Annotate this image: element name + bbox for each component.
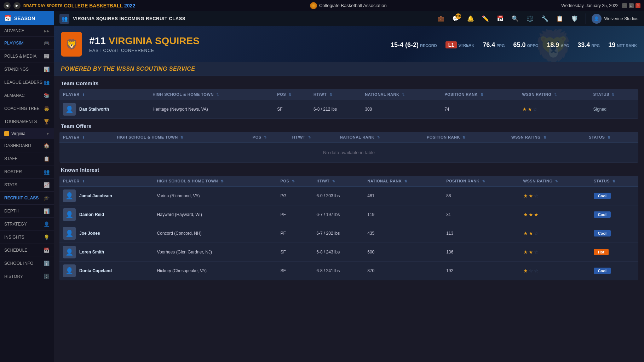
table-row[interactable]: 👤 Loren Smith Voorhees (Glen Gardner, NJ… — [59, 243, 638, 262]
player-status[interactable]: Cool — [590, 205, 638, 224]
sidebar-item-almanac[interactable]: ALMANAC 📚 — [0, 89, 54, 102]
status-badge[interactable]: Hot — [594, 249, 609, 255]
sidebar-item-strategy[interactable]: STRATEGY 👤 — [0, 218, 54, 231]
status-badge[interactable]: Cool — [594, 193, 611, 199]
player-ht-wt: 6-7 / 197 lbs — [313, 205, 364, 224]
sidebar-item-standings[interactable]: STANDINGS 📊 — [0, 63, 54, 76]
col-pos-rank[interactable]: POSITION RANK ⇅ — [441, 89, 518, 100]
insights-icon: 💡 — [43, 234, 50, 240]
sidebar-item-roster[interactable]: ROSTER 👥 — [0, 165, 54, 179]
table-row[interactable]: 👤 Dan Stallworth Heritage (Newport News,… — [59, 100, 638, 119]
sidebar-item-recruit-class[interactable]: RECRUIT CLASS 🎓 — [0, 192, 54, 205]
offers-col-ht-wt[interactable]: HT/WT ⇅ — [289, 132, 337, 143]
page-title: VIRGINIA SQUIRES INCOMING RECRUIT CLASS — [73, 16, 185, 21]
col-school-town[interactable]: HIGH SCHOOL & HOME TOWN ⇅ — [149, 89, 274, 100]
forward-btn[interactable]: ▶ — [13, 2, 21, 9]
star-icon: ★ — [529, 230, 533, 236]
player-status[interactable]: Cool — [590, 262, 638, 280]
player-avatar: 👤 — [63, 189, 76, 202]
player-name: Loren Smith — [79, 250, 104, 255]
player-status[interactable]: Cool — [590, 224, 638, 243]
sidebar-item-tournaments[interactable]: TOURNAMENTS 🏆 — [0, 115, 54, 128]
scale-icon[interactable]: ⚖️ — [525, 13, 535, 24]
ki-col-status[interactable]: STATUS ⇅ — [590, 176, 638, 187]
sidebar-item-polls[interactable]: POLLS & MEDIA 📰 — [0, 50, 54, 63]
status-badge[interactable]: Cool — [594, 268, 611, 274]
briefcase-icon[interactable]: 💼 — [436, 13, 446, 24]
offers-col-pos[interactable]: POS ⇅ — [249, 132, 289, 143]
school-info-label: SCHOOL INFO — [4, 261, 33, 266]
game-logo: DRAFT DAY SPORTS COLLEGE BASKETBALL2022 — [23, 3, 135, 8]
ki-col-ht-wt[interactable]: HT/WT ⇅ — [313, 176, 364, 187]
col-ht-wt[interactable]: HT/WT ⇅ — [310, 89, 361, 100]
sidebar-item-dashboard[interactable]: DASHBOARD 🏠 — [0, 139, 54, 152]
no-data-text: No data available in table — [59, 143, 638, 163]
sidebar-item-history[interactable]: HISTORY 🗄️ — [0, 270, 54, 283]
player-status[interactable]: Cool — [590, 187, 638, 205]
minimize-btn[interactable]: — — [622, 3, 627, 8]
sidebar-item-depth[interactable]: DEPTH 📊 — [0, 205, 54, 218]
close-btn[interactable]: ✕ — [636, 3, 640, 8]
col-nat-rank[interactable]: NATIONAL RANK ⇅ — [361, 89, 441, 100]
edit-icon[interactable]: ✏️ — [480, 13, 491, 24]
cba-logo-icon — [310, 2, 317, 9]
ki-col-pos-rank[interactable]: POSITION RANK ⇅ — [443, 176, 519, 187]
rpg-label: RPG — [591, 43, 600, 48]
sidebar-item-stats[interactable]: STATS 📈 — [0, 179, 54, 192]
back-btn[interactable]: ◀ — [4, 2, 11, 9]
offers-col-wssn[interactable]: WSSN RATING ⇅ — [508, 132, 585, 143]
standings-label: STANDINGS — [4, 67, 29, 72]
player-status[interactable]: Signed — [590, 100, 638, 119]
date-display: Wednesday, January 25, 2022 — [561, 3, 619, 8]
chat-icon[interactable]: 💬 110 — [450, 13, 461, 24]
offers-col-player[interactable]: PLAYER ⬆ — [59, 132, 113, 143]
calendar-icon[interactable]: 📅 — [495, 13, 506, 24]
record-label: RECORD — [420, 43, 437, 48]
table-row[interactable]: 👤 Donta Copeland Hickory (Chesapeake, VA… — [59, 262, 638, 280]
sidebar-item-league-leaders[interactable]: LEAGUE LEADERS 👥 — [0, 76, 54, 89]
player-ht-wt: 6-8 / 243 lbs — [313, 243, 364, 262]
known-interest-section: Known Interest PLAYER ⬆ HIGH SCHOOL & HO… — [54, 163, 644, 280]
star-icon: ★ — [523, 193, 528, 199]
sidebar-item-insights[interactable]: INSIGHTS 💡 — [0, 231, 54, 244]
sidebar-item-schedule[interactable]: SCHEDULE 📅 — [0, 244, 54, 257]
status-badge: Signed — [593, 107, 606, 112]
ki-col-player[interactable]: PLAYER ⬆ — [59, 176, 154, 187]
season-button[interactable]: 📅 SEASON — [0, 11, 54, 25]
table-row[interactable]: 👤 Joe Jones Concord (Concord, NH) PF 6-7… — [59, 224, 638, 243]
ki-col-wssn[interactable]: WSSN RATING ⇅ — [520, 176, 590, 187]
depth-icon: 📊 — [43, 208, 50, 214]
status-badge[interactable]: Cool — [594, 211, 611, 218]
player-school: Varina (Richmond, VA) — [154, 187, 277, 205]
player-status[interactable]: Hot — [590, 243, 638, 262]
search-icon[interactable]: 🔍 — [510, 13, 521, 24]
sidebar-item-staff[interactable]: STAFF 📋 — [0, 152, 54, 165]
col-player[interactable]: PLAYER ⬆ — [59, 89, 149, 100]
player-nat-rank: 435 — [364, 224, 443, 243]
sidebar-item-coaching-tree[interactable]: COACHING TREE 👨 — [0, 102, 54, 115]
sidebar-item-playsim[interactable]: PLAY/SIM 🎮 — [0, 37, 54, 50]
sidebar-item-advance[interactable]: ADVANCE ▶▶ — [0, 25, 54, 37]
offers-col-pos-rank[interactable]: POSITION RANK ⇅ — [423, 132, 508, 143]
settings-icon[interactable]: 🔧 — [540, 13, 550, 24]
table-row[interactable]: 👤 Jamal Jacobsen Varina (Richmond, VA) P… — [59, 187, 638, 205]
player-pos: PF — [277, 224, 313, 243]
col-status[interactable]: STATUS ⇅ — [590, 89, 638, 100]
col-wssn-rating[interactable]: WSSN RATING ⇅ — [519, 89, 590, 100]
ki-col-school[interactable]: HIGH SCHOOL & HOME TOWN ⇅ — [154, 176, 277, 187]
maximize-btn[interactable]: □ — [629, 3, 634, 8]
status-badge[interactable]: Cool — [594, 230, 611, 237]
sidebar-item-school-info[interactable]: SCHOOL INFO ℹ️ — [0, 257, 54, 270]
clipboard-icon[interactable]: 📋 — [554, 13, 565, 24]
offers-col-status[interactable]: STATUS ⇅ — [585, 132, 638, 143]
shield-icon[interactable]: 🛡️ — [569, 13, 580, 24]
team-offers-section: Team Offers PLAYER ⬆ HIGH SCHOOL & HOME … — [54, 119, 644, 163]
offers-col-nat-rank[interactable]: NATIONAL RANK ⇅ — [337, 132, 423, 143]
table-row[interactable]: 👤 Damon Reid Hayward (Hayward, WI) PF 6-… — [59, 205, 638, 224]
bell-icon[interactable]: 🔔 — [465, 13, 476, 24]
team-selector[interactable]: Virginia ▼ — [0, 128, 54, 139]
offers-col-school[interactable]: HIGH SCHOOL & HOME TOWN ⇅ — [113, 132, 249, 143]
col-pos[interactable]: POS ⇅ — [274, 89, 310, 100]
ki-col-nat-rank[interactable]: NATIONAL RANK ⇅ — [364, 176, 443, 187]
ki-col-pos[interactable]: POS ⇅ — [277, 176, 313, 187]
